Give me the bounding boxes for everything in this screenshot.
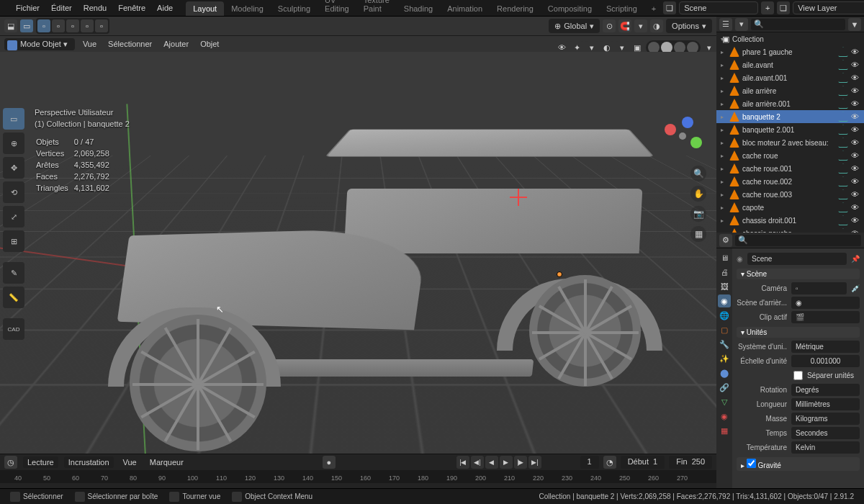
- workspace-compositing[interactable]: Compositing: [541, 1, 599, 16]
- mode-dropdown[interactable]: Mode Objet ▾: [4, 38, 75, 50]
- preview-range-icon[interactable]: ◔: [603, 456, 616, 469]
- outliner-item[interactable]: ▸chassis droit.001👁: [716, 214, 864, 227]
- layer-name-field[interactable]: View Layer: [793, 1, 864, 14]
- workspace-layout[interactable]: Layout: [186, 1, 224, 16]
- workspace-rendering[interactable]: Rendering: [490, 1, 541, 16]
- keyframe-next-icon[interactable]: |▶: [514, 456, 527, 469]
- temperature-field[interactable]: Kelvin: [791, 441, 860, 454]
- bgscene-field[interactable]: ◉: [791, 297, 860, 309]
- header-select[interactable]: Sélectionner: [104, 40, 156, 48]
- panel-units-header[interactable]: ▾ Unités: [737, 327, 860, 338]
- snap-icon[interactable]: 🧲: [618, 19, 631, 32]
- timeline-type-icon[interactable]: ◷: [4, 456, 17, 469]
- prop-tab-physics[interactable]: ⬤: [718, 366, 731, 379]
- outliner-item[interactable]: ▸capote👁: [716, 201, 864, 214]
- separate-units-checkbox[interactable]: [793, 371, 803, 380]
- workspace-uvediting[interactable]: UV Editing: [318, 0, 356, 16]
- header-view[interactable]: Vue: [79, 40, 100, 48]
- autokey-icon[interactable]: ●: [323, 456, 336, 469]
- keyframe-prev-icon[interactable]: ◀|: [471, 456, 484, 469]
- tool-cursor[interactable]: ⊕: [3, 132, 24, 154]
- select-mode-3[interactable]: ▫: [66, 19, 79, 32]
- gizmo-center-icon[interactable]: [679, 132, 686, 140]
- menu-render[interactable]: Rendu: [78, 0, 112, 17]
- options-dropdown[interactable]: Options ▾: [666, 19, 712, 33]
- clip-field[interactable]: 🎬: [791, 311, 860, 323]
- tool-transform[interactable]: ⊞: [3, 230, 24, 252]
- nav-gizmo[interactable]: [660, 117, 703, 160]
- outliner-item[interactable]: ▸aile arrière.001👁: [716, 97, 864, 110]
- tl-marker-menu[interactable]: Marqueur: [146, 458, 187, 467]
- outliner-item[interactable]: ▸cache roue.001👁: [716, 162, 864, 175]
- pivot-icon[interactable]: ⊙: [603, 19, 616, 32]
- outliner-item[interactable]: ▸cache roue.003👁: [716, 188, 864, 201]
- timeline-ruler[interactable]: 4050607080901001101201301401501601701801…: [0, 470, 716, 483]
- mass-field[interactable]: Kilograms: [791, 413, 860, 425]
- prop-tab-texture[interactable]: ▦: [718, 424, 731, 437]
- start-frame-field[interactable]: Début 1: [621, 456, 665, 469]
- tool-measure[interactable]: 📏: [3, 287, 24, 308]
- header-add[interactable]: Ajouter: [160, 40, 192, 48]
- outliner-search-input[interactable]: 🔍: [751, 19, 845, 30]
- tool-scale[interactable]: ⤢: [3, 206, 24, 228]
- outliner-collection-row[interactable]: ▾▣ Collection: [716, 32, 864, 45]
- tool-move[interactable]: ✥: [3, 157, 24, 179]
- scene-browse-icon[interactable]: ❏: [663, 1, 676, 14]
- outliner-item[interactable]: ▸chassis gauche👁: [716, 227, 864, 233]
- current-frame-field[interactable]: 1: [580, 456, 599, 469]
- properties-type-icon[interactable]: ⚙: [719, 234, 732, 247]
- gizmo-x-icon[interactable]: [665, 124, 676, 135]
- zoom-icon[interactable]: 🔍: [690, 166, 706, 181]
- prop-tab-constraint[interactable]: 🔗: [718, 381, 731, 394]
- select-mode-5[interactable]: ▫: [95, 19, 108, 32]
- outliner-panel[interactable]: ▾▣ Collection ▸phare 1 gauche👁▸aile.avan…: [716, 32, 864, 233]
- workspace-add[interactable]: +: [644, 1, 663, 16]
- editor-type-icon[interactable]: ⬓: [4, 19, 17, 32]
- tool-rotate[interactable]: ⟲: [3, 181, 24, 203]
- workspace-animation[interactable]: Animation: [440, 1, 490, 16]
- rotation-field[interactable]: Degrés: [791, 384, 860, 396]
- outliner-item[interactable]: ▸aile.avant👁: [716, 58, 864, 71]
- camera-icon[interactable]: 📷: [690, 206, 706, 222]
- header-object[interactable]: Objet: [197, 40, 222, 48]
- workspace-texpaint[interactable]: Texture Paint: [356, 0, 397, 16]
- outliner-item[interactable]: ▸bloc moteur 2 avec biseau:👁: [716, 136, 864, 149]
- tool-cad1[interactable]: CAD: [3, 318, 24, 340]
- prop-tab-output[interactable]: 🖨: [718, 266, 731, 279]
- gravity-checkbox[interactable]: [747, 459, 756, 468]
- outliner-item[interactable]: ▸cache roue.002👁: [716, 175, 864, 188]
- length-field[interactable]: Millimètres: [791, 398, 860, 410]
- outliner-item[interactable]: ▸aile arrière👁: [716, 84, 864, 97]
- outliner-filter-icon[interactable]: ▼: [848, 18, 861, 31]
- workspace-modeling[interactable]: Modeling: [224, 1, 271, 16]
- gizmo-y-icon[interactable]: [690, 137, 702, 148]
- tl-keying-menu[interactable]: Incrustation: [64, 456, 114, 468]
- select-mode-1[interactable]: ▫: [37, 19, 50, 32]
- prop-tab-world[interactable]: 🌐: [718, 309, 731, 322]
- outliner-view-icon[interactable]: ▾: [735, 18, 748, 31]
- outliner-item[interactable]: ▸banquette 2👁: [716, 110, 864, 123]
- play-icon[interactable]: ▶: [500, 456, 513, 469]
- orientation-dropdown[interactable]: ⊕ Global ▾: [549, 19, 600, 33]
- snap-mode-icon[interactable]: ▾: [634, 19, 647, 32]
- outliner-item[interactable]: ▸aile.avant.001👁: [716, 71, 864, 84]
- jump-start-icon[interactable]: |◀: [456, 456, 469, 469]
- prop-tab-object[interactable]: ▢: [718, 323, 731, 336]
- gizmo-z-icon[interactable]: [682, 117, 693, 128]
- menu-help[interactable]: Aide: [151, 0, 179, 17]
- propedit-icon[interactable]: ◑: [650, 19, 663, 32]
- select-mode-4[interactable]: ▫: [81, 19, 94, 32]
- prop-tab-material[interactable]: ◉: [718, 410, 731, 423]
- play-reverse-icon[interactable]: ◀: [485, 456, 498, 469]
- outliner-item[interactable]: ▸banquette 2.001👁: [716, 123, 864, 136]
- tl-view-menu[interactable]: Vue: [120, 458, 140, 467]
- time-field[interactable]: Secondes: [791, 427, 860, 439]
- prop-tab-modifier[interactable]: 🔧: [718, 338, 731, 351]
- cursor-tool-icon[interactable]: ▭: [20, 19, 33, 32]
- prop-tab-data[interactable]: ▽: [718, 395, 731, 408]
- layer-browse-icon[interactable]: ❏: [777, 1, 790, 14]
- scene-name-field[interactable]: Scene: [679, 1, 758, 14]
- menu-file[interactable]: Fichier: [10, 0, 45, 17]
- scene-new-icon[interactable]: +: [761, 1, 774, 14]
- panel-gravity-header[interactable]: ▸ Gravité: [737, 457, 860, 471]
